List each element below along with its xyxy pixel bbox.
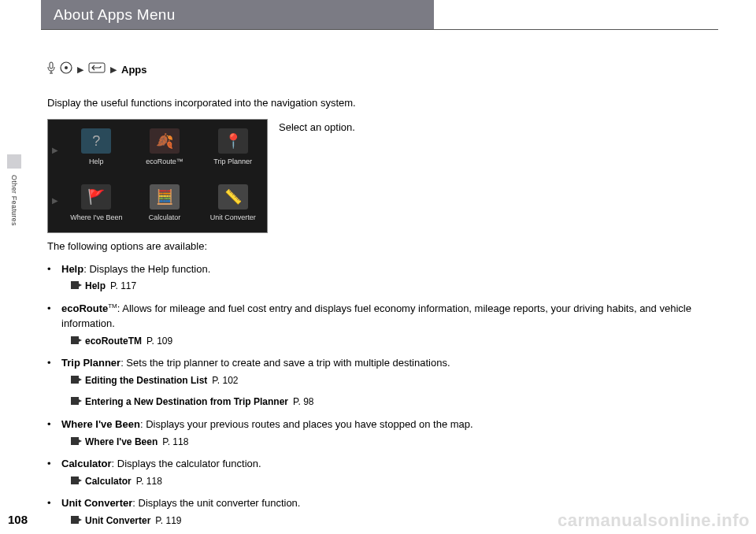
nav-item-where-been: 🚩 Where I've Been bbox=[62, 176, 131, 232]
ref-arrow-icon bbox=[71, 514, 82, 528]
nav-item-ecoroute: 🍂 ecoRoute™ bbox=[131, 120, 199, 176]
back-icon bbox=[88, 62, 106, 78]
tape-icon: 📏 bbox=[218, 184, 248, 210]
reference-page: P. 119 bbox=[155, 514, 181, 528]
option-item: •Calculator: Displays the calculator fun… bbox=[47, 457, 715, 472]
option-desc: : Sets the trip planner to create and sa… bbox=[120, 357, 450, 369]
home-icon bbox=[60, 61, 72, 79]
flag-icon: 🚩 bbox=[81, 184, 111, 210]
option-item: •Where I've Been: Displays your previous… bbox=[47, 417, 715, 432]
reference-line: Where I've BeenP. 118 bbox=[71, 436, 715, 449]
option-body: ecoRouteTM: Allows for mileage and fuel … bbox=[61, 302, 715, 332]
options-intro: The following options are available: bbox=[47, 239, 715, 254]
svg-rect-0 bbox=[50, 62, 53, 69]
reference-line: CalculatorP. 118 bbox=[71, 475, 715, 488]
option-title: Where I've Been bbox=[61, 418, 140, 430]
option-title: Calculator bbox=[61, 458, 112, 469]
nav-label: Unit Converter bbox=[210, 213, 256, 223]
option-title: Help bbox=[61, 263, 83, 275]
bullet: • bbox=[47, 457, 61, 472]
page-title: About Apps Menu bbox=[41, 6, 176, 24]
bullet: • bbox=[47, 356, 61, 371]
option-item: •Unit Converter: Displays the unit conve… bbox=[47, 496, 715, 511]
ref-arrow-icon bbox=[71, 374, 82, 388]
reference-page: P. 109 bbox=[146, 335, 172, 348]
pin-icon: 📍 bbox=[218, 128, 248, 154]
nav-label: Calculator bbox=[149, 213, 181, 223]
side-tab: Other Features bbox=[6, 154, 22, 226]
option-title: Trip Planner bbox=[61, 357, 120, 369]
option-item: •Help: Displays the Help function. bbox=[47, 262, 715, 277]
chevron-right-icon: ▶ bbox=[110, 64, 117, 76]
option-body: Trip Planner: Sets the trip planner to c… bbox=[61, 356, 715, 371]
page-number: 108 bbox=[8, 513, 28, 526]
chevron-right-icon: ▶ bbox=[77, 64, 83, 76]
nav-item-calculator: 🧮 Calculator bbox=[131, 176, 199, 232]
svg-point-2 bbox=[65, 66, 68, 69]
nav-item-help: ? Help bbox=[62, 120, 131, 176]
nav-scroll-arrows: ▶▶ bbox=[48, 120, 62, 232]
content-area: ▶ ▶ Apps Display the useful functions in… bbox=[47, 30, 715, 528]
breadcrumb: ▶ ▶ Apps bbox=[47, 61, 715, 79]
calculator-icon: 🧮 bbox=[150, 184, 180, 210]
reference-line: Editing the Destination ListP. 102 bbox=[71, 374, 715, 388]
option-desc: : Allows for mileage and fuel cost entry… bbox=[61, 302, 691, 329]
ref-arrow-icon bbox=[71, 280, 82, 293]
side-tab-label: Other Features bbox=[10, 175, 18, 226]
option-desc: : Displays the calculator function. bbox=[112, 458, 261, 469]
reference-text: Calculator bbox=[85, 475, 132, 488]
reference-page: P. 118 bbox=[162, 436, 188, 449]
bullet: • bbox=[47, 262, 61, 277]
reference-text: Entering a New Destination from Trip Pla… bbox=[85, 395, 288, 409]
reference-page: P. 118 bbox=[136, 475, 162, 488]
option-body: Calculator: Displays the calculator func… bbox=[61, 457, 715, 472]
option-title: Unit Converter bbox=[61, 497, 132, 509]
nav-label: Where I've Been bbox=[70, 213, 122, 223]
reference-text: Unit Converter bbox=[85, 514, 150, 528]
nav-item-unit-converter: 📏 Unit Converter bbox=[198, 176, 267, 232]
option-desc: : Displays your previous routes and plac… bbox=[140, 418, 473, 430]
intro-text: Display the useful functions incorporate… bbox=[47, 96, 715, 111]
option-desc: : Displays the Help function. bbox=[83, 263, 210, 275]
reference-page: P. 117 bbox=[110, 280, 136, 293]
ref-arrow-icon bbox=[71, 475, 82, 488]
ref-arrow-icon bbox=[71, 436, 82, 449]
select-option-text: Select an option. bbox=[279, 119, 355, 135]
reference-page: P. 102 bbox=[212, 374, 238, 388]
nav-label: ecoRoute™ bbox=[146, 157, 183, 167]
reference-line: ecoRouteTMP. 109 bbox=[71, 335, 715, 348]
option-desc: : Displays the unit converter function. bbox=[132, 497, 300, 509]
reference-text: Where I've Been bbox=[85, 436, 158, 449]
voice-icon bbox=[47, 61, 55, 79]
watermark: carmanualsonline.info bbox=[558, 510, 750, 531]
option-body: Unit Converter: Displays the unit conver… bbox=[61, 496, 715, 511]
bullet: • bbox=[47, 302, 61, 332]
ref-arrow-icon bbox=[71, 395, 82, 409]
nav-screenshot: ▶▶ ? Help 🍂 ecoRoute™ 📍 Trip Planner 🚩 W… bbox=[47, 119, 268, 233]
nav-item-trip-planner: 📍 Trip Planner bbox=[198, 120, 267, 176]
reference-text: ecoRouteTM bbox=[85, 335, 142, 348]
nav-label: Trip Planner bbox=[213, 157, 252, 167]
bullet: • bbox=[47, 417, 61, 432]
option-item: •ecoRouteTM: Allows for mileage and fuel… bbox=[47, 302, 715, 332]
option-item: •Trip Planner: Sets the trip planner to … bbox=[47, 356, 715, 371]
reference-line: Entering a New Destination from Trip Pla… bbox=[71, 395, 715, 409]
side-tab-marker bbox=[7, 154, 21, 169]
ref-arrow-icon bbox=[71, 335, 82, 348]
nav-label: Help bbox=[89, 157, 104, 167]
leaf-icon: 🍂 bbox=[150, 128, 180, 154]
reference-line: HelpP. 117 bbox=[71, 280, 715, 293]
breadcrumb-label: Apps bbox=[121, 63, 147, 78]
reference-page: P. 98 bbox=[293, 395, 313, 409]
option-body: Help: Displays the Help function. bbox=[61, 262, 715, 277]
bullet: • bbox=[47, 496, 61, 511]
superscript: TM bbox=[108, 302, 117, 310]
help-icon: ? bbox=[81, 128, 111, 154]
page-header: About Apps Menu bbox=[41, 0, 718, 30]
option-body: Where I've Been: Displays your previous … bbox=[61, 417, 715, 432]
reference-text: Help bbox=[85, 280, 106, 293]
options-list: •Help: Displays the Help function.HelpP.… bbox=[47, 262, 715, 528]
reference-text: Editing the Destination List bbox=[85, 374, 207, 388]
screenshot-row: ▶▶ ? Help 🍂 ecoRoute™ 📍 Trip Planner 🚩 W… bbox=[47, 119, 715, 233]
option-title: ecoRoute bbox=[61, 302, 108, 314]
